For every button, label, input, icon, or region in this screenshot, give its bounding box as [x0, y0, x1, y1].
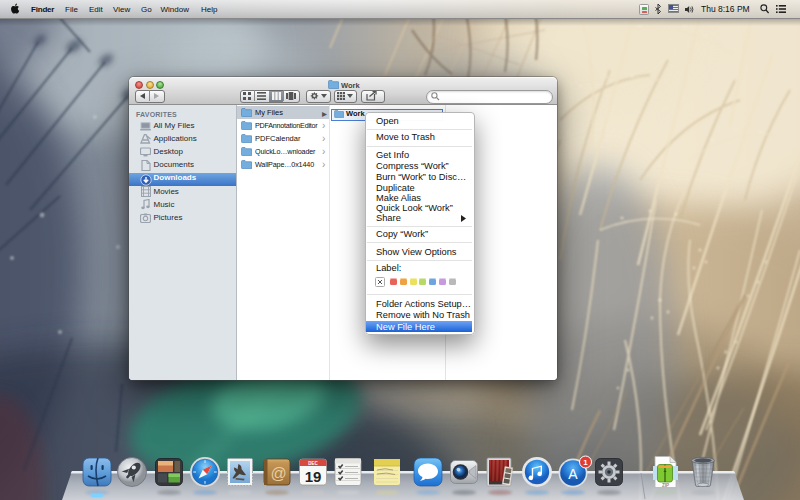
svg-text:ZIP: ZIP: [662, 483, 669, 488]
svg-text:A: A: [568, 466, 578, 482]
svg-text:@: @: [270, 465, 286, 482]
svg-text:1: 1: [583, 458, 588, 467]
svg-text:19: 19: [305, 468, 322, 485]
svg-text:DEC: DEC: [308, 461, 318, 466]
